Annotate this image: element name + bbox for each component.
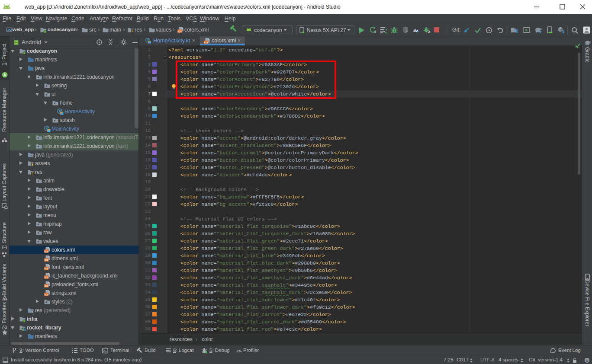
svg-text:<>: <> — [178, 30, 182, 33]
svg-text:<>: <> — [45, 284, 49, 288]
svg-text:<>: <> — [45, 276, 49, 279]
svg-text:<>: <> — [45, 267, 49, 271]
svg-text:<>: <> — [45, 259, 49, 262]
svg-text:<>: <> — [45, 250, 49, 253]
svg-text:<>: <> — [45, 293, 49, 297]
svg-text:A: A — [374, 30, 377, 34]
